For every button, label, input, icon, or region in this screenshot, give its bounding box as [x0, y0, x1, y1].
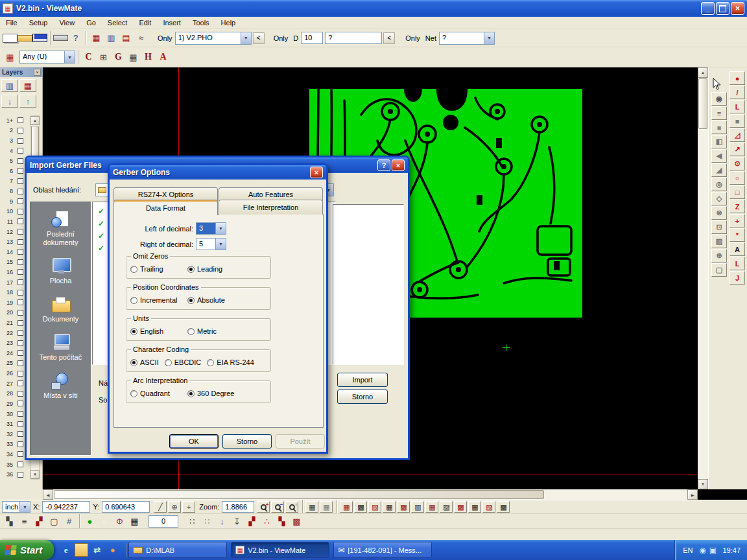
chevron-down-icon[interactable]: [64, 51, 75, 63]
hatch-tool-icon[interactable]: ▨: [711, 235, 727, 248]
green-status-icon[interactable]: ●: [82, 514, 97, 528]
layer-color-swatch[interactable]: [18, 330, 23, 336]
circle-tool-icon[interactable]: ○: [97, 514, 112, 528]
place-tento-po-ta[interactable]: Tento počítač: [32, 333, 89, 362]
layer-row-35[interactable]: 35: [1, 460, 30, 470]
layer-color-swatch[interactable]: [18, 218, 23, 224]
layer-color-swatch[interactable]: [18, 360, 23, 366]
chevron-down-icon[interactable]: [484, 32, 494, 44]
layer-color-swatch[interactable]: [18, 239, 23, 245]
layer-color-swatch[interactable]: [18, 198, 23, 204]
layer-row-2[interactable]: 2: [1, 126, 30, 136]
component-mode-icon[interactable]: C: [81, 50, 96, 64]
layer-color-swatch[interactable]: [18, 138, 23, 144]
step-tool-icon[interactable]: ⊡: [711, 220, 727, 234]
context-help-icon[interactable]: ?: [68, 31, 83, 45]
ok-button[interactable]: OK: [169, 434, 219, 449]
scrollbar-thumb[interactable]: [54, 490, 544, 499]
canvas-vertical-scrollbar[interactable]: ▲ ▼: [698, 67, 708, 489]
layer-color-swatch[interactable]: [18, 128, 23, 134]
taskbar-button-d-mlab[interactable]: D:\MLAB: [128, 542, 227, 558]
zoom-value-field[interactable]: 1.8866: [222, 501, 254, 513]
radio-trailing[interactable]: Trailing: [130, 265, 187, 273]
chevron-down-icon[interactable]: [215, 239, 226, 250]
dcode-view-icon-3[interactable]: ▨: [368, 501, 381, 513]
draw-plus-icon[interactable]: +: [729, 214, 745, 228]
fill-tool-icon[interactable]: ■: [711, 121, 727, 134]
layer-color-swatch[interactable]: [18, 310, 23, 316]
merge-tool-icon[interactable]: ⊕: [711, 249, 727, 262]
measure-tool-icon[interactable]: ≡: [711, 106, 727, 120]
layer-color-swatch[interactable]: [18, 421, 23, 427]
scroll-right-icon[interactable]: ▶: [687, 489, 698, 500]
display-tray-icon[interactable]: ▣: [707, 545, 718, 555]
selection-grid-icon[interactable]: ▦: [3, 50, 18, 64]
dcode-view-icon-7[interactable]: ▦: [425, 501, 438, 513]
net-pattern-icon-4[interactable]: ▢: [47, 514, 62, 528]
select-tool-icon[interactable]: ◉: [711, 92, 727, 106]
place-m-sta-v-s-ti[interactable]: Místa v síti: [32, 371, 89, 400]
layer-color-swatch[interactable]: [18, 411, 23, 417]
radio-leading[interactable]: Leading: [187, 265, 222, 273]
radio-eia-rs-244[interactable]: EIA RS-244: [207, 358, 254, 366]
rotate-tool-icon[interactable]: ◢: [711, 163, 727, 177]
phi-tool-icon[interactable]: Φ: [112, 514, 127, 528]
close-button[interactable]: ×: [310, 167, 323, 178]
snap-cross-icon[interactable]: +: [182, 501, 195, 513]
prev-d-button[interactable]: <: [383, 32, 395, 44]
checked-checkbox-icon[interactable]: ✓: [98, 231, 104, 240]
menu-view[interactable]: View: [53, 18, 80, 28]
selection-filter-combo[interactable]: Any (U): [19, 51, 75, 64]
open-file-icon[interactable]: [18, 35, 32, 41]
menu-file[interactable]: File: [0, 18, 23, 28]
layer-row-4[interactable]: 4: [1, 146, 30, 156]
dcode-view-icon-9[interactable]: ▩: [454, 501, 467, 513]
layer-color-swatch[interactable]: [18, 350, 23, 356]
language-indicator[interactable]: EN: [683, 546, 693, 554]
zoom-out-icon[interactable]: −: [271, 501, 284, 513]
selected-files-listbox[interactable]: [333, 204, 404, 365]
draw-polyline-icon[interactable]: L: [729, 100, 745, 113]
rotation-field[interactable]: 0: [148, 515, 178, 528]
right-of-decimal-combo[interactable]: 5: [196, 238, 226, 250]
layer-row-3[interactable]: 3: [1, 135, 30, 146]
radio-quadrant[interactable]: Quadrant: [130, 390, 187, 397]
hook-tool-icon[interactable]: J: [729, 271, 745, 285]
net-pattern-icon-5[interactable]: #: [62, 514, 77, 528]
radio-incremental[interactable]: Incremental: [130, 296, 187, 304]
dcode-view-icon-12[interactable]: ▩: [497, 501, 510, 513]
taskbar-clock[interactable]: 19:47: [722, 546, 741, 554]
taskbar-button-191-482-091-mess[interactable]: ✉[191-482-091] - Mess...: [333, 542, 432, 558]
x-coordinate-field[interactable]: -0.942237: [42, 501, 90, 513]
dcode-view-icon-6[interactable]: ▥: [411, 501, 424, 513]
menu-tools[interactable]: Tools: [187, 18, 215, 28]
layer-color-swatch[interactable]: [18, 451, 23, 457]
layer-fill-icon[interactable]: ▦: [19, 79, 36, 92]
measure-diagonal-icon[interactable]: ╱: [154, 501, 167, 513]
scroll-down-icon[interactable]: ▼: [698, 479, 708, 489]
layer-color-swatch[interactable]: [18, 299, 23, 305]
layer-combo[interactable]: 1) V2.PHO: [175, 32, 252, 45]
tab-auto-features[interactable]: Auto Features: [219, 187, 323, 201]
draw-line-icon[interactable]: /: [729, 86, 745, 99]
aperture-mode-icon[interactable]: A: [156, 50, 171, 64]
grid-mode-icon[interactable]: ▦: [126, 50, 141, 64]
d-code-input[interactable]: 10: [301, 32, 323, 44]
layer-color-swatch[interactable]: [18, 401, 23, 406]
red-pattern-icon-1[interactable]: ▞: [244, 514, 259, 528]
dcode-view-icon-4[interactable]: ▦: [383, 501, 396, 513]
place-dokumenty[interactable]: Dokumenty: [32, 295, 89, 323]
tab-data-format[interactable]: Data Format: [113, 200, 218, 215]
film-box-icon[interactable]: ▤: [119, 31, 134, 45]
red-dots-icon[interactable]: ∴: [259, 514, 274, 528]
dot-grid-icon-2[interactable]: ∷: [200, 514, 215, 528]
draw-wedge-icon[interactable]: ◿: [729, 128, 745, 142]
layer-color-swatch[interactable]: [18, 472, 23, 478]
layer-color-swatch[interactable]: [18, 189, 23, 194]
close-button[interactable]: ×: [731, 2, 744, 15]
layer-color-swatch[interactable]: [18, 371, 23, 377]
cancel-button[interactable]: Storno: [337, 390, 388, 404]
menu-insert[interactable]: Insert: [157, 18, 187, 28]
scroll-left-icon[interactable]: ◀: [43, 489, 53, 500]
layer-color-swatch[interactable]: [18, 441, 23, 447]
